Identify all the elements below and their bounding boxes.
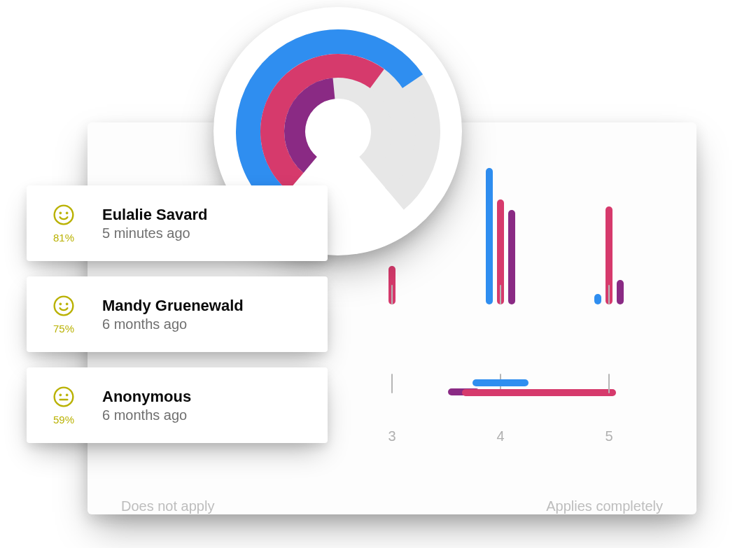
bar-blue (486, 168, 493, 304)
svg-point-1 (60, 212, 61, 213)
svg-point-8 (66, 394, 67, 395)
respondent-card[interactable]: 81% Eulalie Savard 5 minutes ago (27, 185, 328, 261)
neutral-face-icon (52, 386, 75, 411)
respondent-percent: 59% (53, 414, 74, 426)
axis-tick-icon (391, 374, 393, 393)
bar-purple (508, 210, 515, 304)
bar-purple (617, 280, 624, 304)
respondent-time: 6 months ago (102, 407, 191, 423)
x-axis-label-right: Applies completely (546, 498, 663, 514)
respondent-name: Eulalie Savard (102, 206, 207, 224)
svg-point-6 (55, 387, 74, 406)
respondent-card[interactable]: 59% Anonymous 6 months ago (27, 367, 328, 443)
x-category-label: 3 (388, 428, 396, 444)
respondent-name: Mandy Gruenewald (102, 297, 244, 315)
axis-tick-icon (608, 285, 610, 304)
x-category-label: 4 (496, 428, 504, 444)
svg-point-5 (66, 303, 67, 304)
respondent-list: 81% Eulalie Savard 5 minutes ago 75% Man… (27, 185, 328, 443)
axis-tick-icon (391, 285, 393, 304)
respondent-name: Anonymous (102, 388, 191, 406)
chart-column-4: 4 (444, 147, 556, 455)
respondent-time: 6 months ago (102, 316, 244, 332)
respondent-percent: 81% (53, 232, 74, 244)
svg-point-7 (60, 394, 61, 395)
axis-tick-icon (608, 374, 610, 393)
svg-point-4 (60, 303, 61, 304)
chart-column-5: 5 (553, 147, 665, 455)
bar-blue (594, 294, 601, 304)
smile-icon (52, 204, 75, 229)
hbar-blue (472, 379, 528, 386)
respondent-card[interactable]: 75% Mandy Gruenewald 6 months ago (27, 276, 328, 352)
x-category-label: 5 (605, 428, 612, 444)
svg-point-3 (55, 296, 74, 315)
respondent-percent: 75% (53, 323, 74, 335)
respondent-time: 5 minutes ago (102, 225, 207, 241)
x-axis-label-left: Does not apply (121, 498, 214, 514)
svg-point-2 (66, 212, 67, 213)
smile-icon (52, 295, 75, 320)
svg-point-0 (55, 205, 74, 224)
axis-tick-icon (500, 285, 501, 304)
